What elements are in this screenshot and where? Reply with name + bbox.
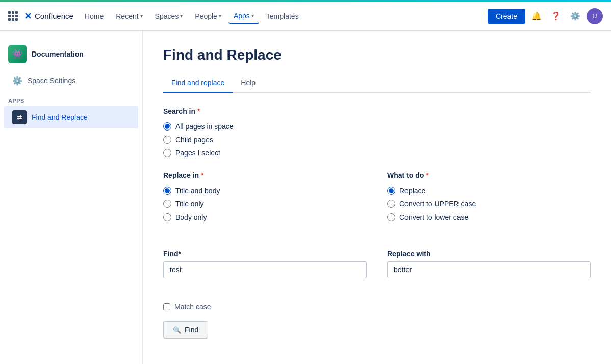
nav-templates[interactable]: Templates (261, 9, 304, 23)
avatar-initial: U (592, 12, 597, 20)
find-field-group: Find* (163, 250, 367, 278)
find-input[interactable] (163, 261, 367, 278)
option-body-only[interactable]: Body only (163, 213, 367, 221)
what-to-do-section: What to do * Replace Convert to UPPER ca… (387, 171, 591, 221)
match-case-text: Match case (174, 303, 211, 311)
option-upper-case[interactable]: Convert to UPPER case (387, 200, 591, 208)
nav-recent[interactable]: Recent ▾ (111, 9, 147, 23)
user-avatar[interactable]: U (587, 8, 603, 24)
option-all-pages[interactable]: All pages in space (163, 122, 591, 131)
radio-upper-case[interactable] (387, 200, 395, 208)
gear-icon: ⚙️ (570, 11, 580, 21)
space-icon: 👾 (8, 45, 27, 63)
search-in-required: * (197, 107, 200, 115)
option-lower-case[interactable]: Convert to lower case (387, 213, 591, 221)
help-button[interactable]: ❓ (548, 8, 564, 24)
tab-find-replace[interactable]: Find and replace (163, 73, 233, 93)
confluence-logo[interactable]: ✕ Confluence (24, 11, 73, 22)
main-content: Find and Replace Find and replace Help S… (143, 31, 611, 364)
search-in-options: All pages in space Child pages Pages I s… (163, 122, 591, 157)
option-title-only[interactable]: Title only (163, 200, 367, 208)
settings-icon: ⚙️ (12, 75, 22, 86)
nav-people[interactable]: People ▾ (190, 9, 226, 23)
replace-with-label: Replace with (387, 250, 591, 258)
space-name: Documentation (32, 50, 84, 58)
top-navigation: ✕ Confluence Home Recent ▾ Spaces ▾ Peop… (0, 2, 611, 31)
what-to-do-label: What to do * (387, 171, 591, 179)
replace-in-label: Replace in * (163, 171, 367, 179)
sidebar-item-space-settings[interactable]: ⚙️ Space Settings (4, 71, 138, 90)
people-chevron: ▾ (219, 13, 221, 19)
main-layout: 👾 Documentation ⚙️ Space Settings APPS ⇄… (0, 31, 611, 364)
nav-home[interactable]: Home (80, 9, 109, 23)
match-case-checkbox[interactable] (163, 303, 170, 310)
nav-spaces[interactable]: Spaces ▾ (150, 9, 188, 23)
apps-chevron: ▾ (251, 13, 254, 18)
replace-with-input[interactable] (387, 261, 591, 278)
recent-chevron: ▾ (140, 13, 143, 19)
tab-help[interactable]: Help (233, 73, 264, 93)
search-icon: 🔍 (173, 326, 181, 334)
what-to-do-options: Replace Convert to UPPER case Convert to… (387, 187, 591, 221)
help-icon: ❓ (551, 11, 561, 21)
logo-x: ✕ (24, 11, 32, 22)
sidebar: 👾 Documentation ⚙️ Space Settings APPS ⇄… (0, 31, 143, 364)
sidebar-space-header: 👾 Documentation (0, 41, 142, 71)
apps-section-label: APPS (0, 90, 142, 106)
nav-apps[interactable]: Apps ▾ (228, 9, 259, 24)
radio-lower-case[interactable] (387, 213, 395, 221)
radio-title-and-body[interactable] (163, 187, 171, 195)
settings-button[interactable]: ⚙️ (567, 8, 583, 24)
space-settings-label: Space Settings (28, 76, 75, 85)
replace-options-row: Replace in * Title and body Title only B… (163, 171, 591, 236)
radio-pages-i-select[interactable] (163, 149, 171, 157)
option-replace[interactable]: Replace (387, 187, 591, 195)
spaces-chevron: ▾ (180, 13, 183, 19)
find-replace-fields-row: Find* Replace with (163, 250, 591, 289)
page-title: Find and Replace (163, 47, 591, 63)
search-in-section: Search in * All pages in space Child pag… (163, 107, 591, 157)
search-in-label: Search in * (163, 107, 591, 115)
replace-in-section: Replace in * Title and body Title only B… (163, 171, 367, 221)
find-button[interactable]: 🔍 Find (163, 321, 208, 339)
bell-icon: 🔔 (531, 11, 542, 21)
apps-grid-icon[interactable] (8, 11, 18, 21)
replace-in-options: Title and body Title only Body only (163, 187, 367, 221)
option-child-pages[interactable]: Child pages (163, 136, 591, 144)
option-title-and-body[interactable]: Title and body (163, 187, 367, 195)
notifications-button[interactable]: 🔔 (528, 8, 545, 24)
sidebar-item-find-replace[interactable]: ⇄ Find and Replace (4, 106, 138, 128)
option-pages-i-select[interactable]: Pages I select (163, 149, 591, 157)
radio-title-only[interactable] (163, 200, 171, 208)
replace-with-field-group: Replace with (387, 250, 591, 278)
radio-child-pages[interactable] (163, 136, 171, 144)
find-label: Find* (163, 250, 367, 258)
radio-body-only[interactable] (163, 213, 171, 221)
create-button[interactable]: Create (488, 9, 525, 24)
what-to-do-required: * (426, 171, 428, 179)
match-case-checkbox-label[interactable]: Match case (163, 303, 591, 311)
logo-text: Confluence (35, 12, 73, 20)
find-replace-label: Find and Replace (32, 113, 88, 121)
radio-all-pages[interactable] (163, 122, 171, 131)
tab-bar: Find and replace Help (163, 73, 591, 93)
find-replace-icon: ⇄ (12, 110, 27, 124)
replace-in-required: * (201, 171, 203, 179)
radio-replace[interactable] (387, 187, 395, 195)
